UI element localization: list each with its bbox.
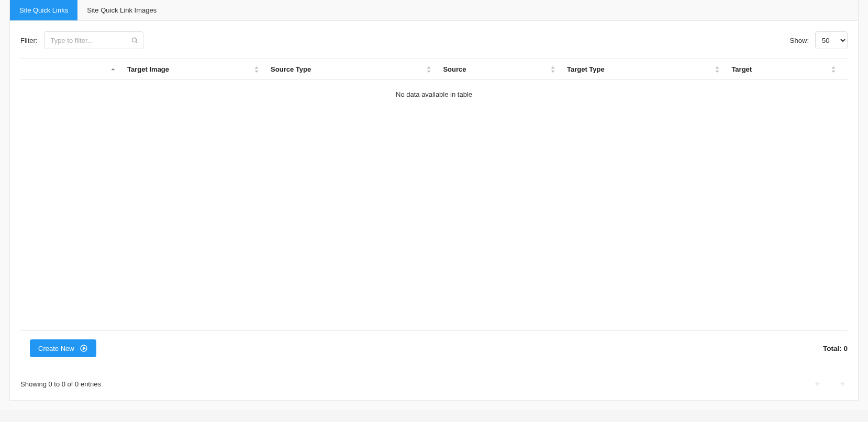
- sort-both-icon: [715, 66, 727, 73]
- col-label: Target: [731, 65, 752, 73]
- table-body-spacer: [20, 109, 848, 328]
- svg-marker-11: [832, 70, 836, 72]
- filter-label: Filter:: [20, 37, 38, 44]
- sort-both-icon: [426, 66, 439, 73]
- create-new-button[interactable]: Create New: [30, 339, 96, 357]
- filter-group: Filter:: [20, 31, 143, 49]
- tabs: Site Quick Links Site Quick Link Images: [10, 0, 858, 21]
- col-target-image[interactable]: Target Image: [20, 59, 271, 80]
- sort-both-icon: [254, 66, 266, 73]
- empty-message: No data available in table: [20, 80, 848, 109]
- show-label: Show:: [790, 37, 809, 44]
- content: Filter: Show: 50: [10, 21, 858, 400]
- chevron-up-icon: [110, 67, 123, 72]
- footer-row: Create New Total: 0: [20, 330, 848, 357]
- empty-row: No data available in table: [20, 80, 848, 109]
- data-table: Target Image Source Type: [20, 59, 848, 109]
- col-target[interactable]: Target: [731, 59, 848, 80]
- tab-site-quick-link-images[interactable]: Site Quick Link Images: [77, 0, 166, 20]
- arrow-right-icon: [838, 380, 845, 387]
- total-label: Total: 0: [823, 345, 848, 352]
- arrow-left-icon: [814, 380, 821, 387]
- page-container: Site Quick Links Site Quick Link Images …: [0, 0, 868, 410]
- col-source-type[interactable]: Source Type: [271, 59, 443, 80]
- show-select[interactable]: 50: [815, 31, 848, 49]
- bottom-row: Showing 0 to 0 of 0 entries: [20, 378, 848, 390]
- pager-prev-button[interactable]: [812, 378, 824, 390]
- svg-marker-5: [427, 70, 431, 72]
- col-label: Target Image: [127, 65, 169, 73]
- sort-both-icon: [550, 66, 563, 73]
- create-new-label: Create New: [38, 345, 74, 352]
- sort-both-icon: [831, 66, 843, 73]
- pager: [812, 378, 848, 390]
- panel: Site Quick Links Site Quick Link Images …: [9, 0, 859, 401]
- show-group: Show: 50: [790, 31, 848, 49]
- svg-marker-4: [427, 66, 431, 69]
- showing-text: Showing 0 to 0 of 0 entries: [20, 380, 101, 388]
- filter-input[interactable]: [44, 31, 143, 49]
- filter-input-wrap: [44, 31, 143, 49]
- col-target-type[interactable]: Target Type: [567, 59, 731, 80]
- col-label: Source: [443, 65, 466, 73]
- svg-marker-8: [716, 66, 719, 69]
- svg-marker-2: [255, 66, 259, 69]
- svg-marker-9: [716, 70, 719, 72]
- tab-site-quick-links[interactable]: Site Quick Links: [10, 0, 77, 20]
- col-label: Source Type: [271, 65, 311, 73]
- play-circle-icon: [80, 344, 88, 352]
- col-source[interactable]: Source: [443, 59, 567, 80]
- svg-marker-10: [832, 66, 836, 69]
- svg-marker-3: [255, 70, 259, 72]
- svg-marker-7: [551, 70, 555, 72]
- controls-row: Filter: Show: 50: [20, 31, 848, 49]
- pager-next-button[interactable]: [836, 378, 848, 390]
- svg-marker-13: [83, 347, 85, 349]
- svg-marker-6: [551, 66, 555, 69]
- col-label: Target Type: [567, 65, 605, 73]
